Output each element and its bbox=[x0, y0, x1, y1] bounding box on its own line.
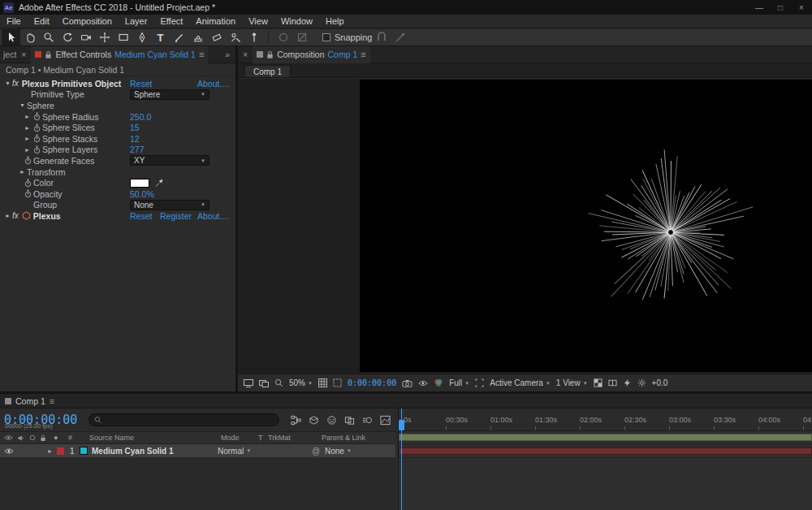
solo-column-icon[interactable] bbox=[29, 432, 36, 443]
timeline-search[interactable] bbox=[89, 413, 279, 426]
snapping-checkbox[interactable] bbox=[322, 33, 330, 41]
solid-color-swatch[interactable] bbox=[80, 444, 88, 457]
camera-dropdown[interactable]: Active Camera ▼ bbox=[490, 378, 551, 387]
menu-file[interactable]: File bbox=[0, 16, 28, 26]
zoom-dropdown[interactable]: 50% ▼ bbox=[289, 378, 313, 387]
composition-viewer[interactable] bbox=[238, 79, 812, 374]
stopwatch-icon[interactable] bbox=[32, 123, 42, 132]
layer-bar-strip[interactable] bbox=[399, 444, 812, 458]
snap-option-icon[interactable] bbox=[373, 29, 391, 45]
twirl-icon[interactable]: ► bbox=[3, 213, 12, 218]
clone-stamp-tool-button[interactable] bbox=[188, 29, 207, 45]
stopwatch-icon[interactable] bbox=[23, 179, 33, 188]
camera-tool-button[interactable] bbox=[76, 29, 95, 45]
twirl-icon[interactable]: ▼ bbox=[3, 80, 12, 86]
panel-menu-icon[interactable]: ≡ bbox=[199, 50, 204, 59]
effect-name[interactable]: Plexus Primitives Object bbox=[22, 79, 122, 89]
main-viewer-icon[interactable] bbox=[259, 379, 269, 387]
frame-blending-icon[interactable] bbox=[344, 415, 355, 426]
menu-animation[interactable]: Animation bbox=[189, 16, 242, 26]
reset-link[interactable]: Reset bbox=[130, 79, 152, 89]
type-tool-button[interactable]: T bbox=[151, 29, 170, 45]
menu-effect[interactable]: Effect bbox=[153, 16, 189, 26]
tab-composition[interactable]: Composition Comp 1 ≡ bbox=[253, 46, 370, 63]
primitive-type-dropdown[interactable]: Sphere ▼ bbox=[130, 89, 209, 100]
panel-menu-icon[interactable]: ≡ bbox=[50, 396, 54, 406]
layer-duration-bar[interactable] bbox=[399, 447, 812, 455]
transparency-grid-icon[interactable] bbox=[594, 378, 603, 387]
view-layout-dropdown[interactable]: 1 View ▼ bbox=[556, 378, 588, 387]
layer-visibility-icon[interactable] bbox=[4, 444, 14, 457]
menu-composition[interactable]: Composition bbox=[56, 16, 119, 26]
shape-tool-button[interactable] bbox=[114, 29, 132, 45]
group-row[interactable]: ▼ Sphere bbox=[0, 100, 235, 111]
rotation-tool-button[interactable] bbox=[58, 29, 76, 45]
menu-view[interactable]: View bbox=[242, 16, 274, 26]
hand-tool-button[interactable] bbox=[20, 29, 39, 45]
close-button[interactable]: × bbox=[791, 0, 812, 15]
playhead-handle[interactable] bbox=[399, 420, 404, 430]
about-link[interactable]: About.... bbox=[197, 79, 229, 89]
fx-badge-icon[interactable]: fx bbox=[12, 79, 19, 88]
search-input[interactable] bbox=[106, 416, 274, 425]
stopwatch-icon[interactable] bbox=[32, 134, 42, 143]
mode-column-header[interactable]: Mode bbox=[221, 432, 240, 443]
snapshot-icon[interactable] bbox=[402, 379, 412, 387]
source-name-column-header[interactable]: Source Name bbox=[89, 432, 134, 443]
motion-blur-icon[interactable] bbox=[362, 415, 373, 426]
panel-menu-icon[interactable]: ≡ bbox=[361, 50, 365, 59]
timeline-track-area[interactable]: 0s 00:30s 01:00s 01:30s 02:00s 02:30s 03… bbox=[398, 408, 812, 510]
eraser-tool-button[interactable] bbox=[207, 29, 226, 45]
blend-mode-dropdown[interactable]: Normal▼ bbox=[218, 444, 257, 457]
generate-faces-dropdown[interactable]: XY ▼ bbox=[130, 155, 209, 166]
pen-tool-button[interactable] bbox=[132, 29, 151, 45]
twirl-icon[interactable]: ► bbox=[18, 169, 27, 175]
eyedropper-icon[interactable] bbox=[154, 179, 163, 188]
work-area-bar[interactable] bbox=[399, 434, 812, 441]
pickwhip-icon[interactable]: @ bbox=[312, 444, 320, 457]
expander-icon[interactable]: ► bbox=[23, 125, 32, 131]
composition-canvas[interactable] bbox=[360, 80, 812, 372]
menu-layer[interactable]: Layer bbox=[119, 16, 154, 26]
expander-icon[interactable]: ► bbox=[23, 136, 32, 141]
stopwatch-icon[interactable] bbox=[23, 156, 33, 165]
reset-link[interactable]: Reset bbox=[130, 211, 152, 221]
puppet-pin-tool-button[interactable] bbox=[244, 29, 263, 45]
lock-column-icon[interactable] bbox=[40, 432, 46, 443]
label-column-icon[interactable]: ● bbox=[54, 432, 58, 443]
color-swatch[interactable] bbox=[130, 179, 149, 188]
t-column-header[interactable]: T bbox=[258, 432, 263, 443]
effect-header-row[interactable]: ▼ fx Plexus Primitives Object Reset Abou… bbox=[0, 78, 235, 89]
region-of-interest-icon[interactable] bbox=[475, 378, 484, 387]
stopwatch-icon[interactable] bbox=[23, 189, 33, 198]
twirl-icon[interactable]: ▼ bbox=[18, 102, 27, 108]
menu-window[interactable]: Window bbox=[274, 16, 319, 26]
timeline-tab[interactable]: Comp 1 bbox=[15, 396, 45, 406]
property-value[interactable]: 250.0 bbox=[130, 112, 151, 122]
hide-shy-layers-icon[interactable] bbox=[326, 415, 337, 426]
time-ruler[interactable]: 0s 00:30s 01:00s 01:30s 02:00s 02:30s 03… bbox=[399, 408, 812, 431]
graph-editor-icon[interactable] bbox=[380, 415, 391, 426]
project-tab-clipped[interactable]: ject bbox=[3, 50, 16, 59]
exposure-value[interactable]: +0.0 bbox=[652, 378, 668, 387]
work-area-strip[interactable] bbox=[399, 431, 812, 444]
selection-tool-button[interactable] bbox=[2, 29, 20, 45]
layer-row[interactable]: ► 1 Medium Cyan Solid 1 Normal▼ @ None▼ bbox=[0, 444, 395, 458]
always-preview-icon[interactable] bbox=[244, 379, 253, 387]
layer-label-swatch[interactable] bbox=[57, 444, 64, 457]
channels-icon[interactable] bbox=[434, 378, 443, 387]
group-row[interactable]: ► Transform bbox=[0, 166, 235, 178]
resolution-dropdown[interactable]: Full ▼ bbox=[449, 378, 469, 387]
mask-visibility-icon[interactable] bbox=[333, 378, 342, 387]
stopwatch-icon[interactable] bbox=[32, 112, 42, 121]
roto-brush-tool-button[interactable] bbox=[226, 29, 244, 45]
zoom-tool-button[interactable] bbox=[39, 29, 58, 45]
property-value[interactable]: 277 bbox=[130, 145, 145, 154]
video-column-icon[interactable] bbox=[4, 432, 13, 443]
fx-badge-icon[interactable]: fx bbox=[12, 211, 19, 220]
close-tab-icon[interactable]: × bbox=[241, 50, 249, 59]
menu-edit[interactable]: Edit bbox=[28, 16, 56, 26]
group-dropdown[interactable]: None ▼ bbox=[130, 200, 209, 210]
minimize-button[interactable]: — bbox=[749, 0, 770, 15]
parent-dropdown[interactable]: None▼ bbox=[325, 444, 352, 457]
